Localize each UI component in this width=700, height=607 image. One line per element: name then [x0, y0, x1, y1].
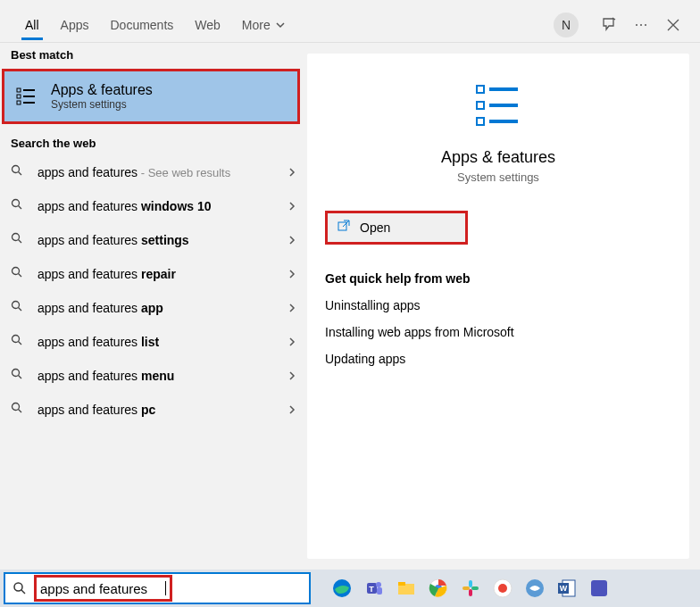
svg-line-12 [19, 206, 22, 210]
web-result-item[interactable]: apps and features pc [0, 393, 307, 427]
chevron-right-icon [288, 267, 296, 281]
text-caret [165, 581, 166, 595]
web-result-item[interactable]: apps and features menu [0, 359, 307, 393]
web-result-text: apps and features pc [38, 403, 288, 417]
web-result-text: apps and features app [38, 301, 288, 315]
svg-text:T: T [369, 585, 374, 594]
open-button[interactable]: Open [325, 211, 468, 245]
tab-more[interactable]: More [231, 11, 296, 39]
svg-point-19 [12, 336, 20, 343]
svg-line-18 [19, 308, 22, 312]
search-icon [11, 300, 27, 316]
svg-point-23 [12, 403, 20, 411]
taskbar: T W [0, 570, 700, 607]
more-icon[interactable] [629, 12, 654, 37]
web-result-text: apps and features settings [38, 233, 288, 247]
svg-line-20 [19, 342, 22, 345]
svg-line-10 [19, 172, 22, 176]
web-result-item[interactable]: apps and features - See web results [0, 155, 307, 189]
web-result-text: apps and features - See web results [38, 165, 288, 179]
svg-rect-7 [17, 101, 21, 104]
chevron-right-icon [288, 369, 296, 383]
svg-line-33 [21, 590, 25, 594]
search-input-highlight [34, 575, 172, 602]
svg-line-22 [19, 376, 22, 379]
help-link[interactable]: Uninstalling apps [325, 298, 671, 312]
web-result-item[interactable]: apps and features repair [0, 257, 307, 291]
svg-rect-3 [17, 88, 21, 92]
slack-icon[interactable] [457, 575, 484, 602]
app-icon-3[interactable] [586, 575, 612, 602]
svg-rect-31 [338, 222, 346, 230]
preview-title: Apps & features [325, 148, 671, 167]
search-web-label: Search the web [0, 131, 307, 155]
search-icon [12, 581, 27, 595]
web-result-text: apps and features repair [38, 267, 288, 281]
svg-rect-43 [469, 580, 472, 587]
word-icon[interactable]: W [554, 575, 580, 602]
best-match-label: Best match [0, 43, 307, 67]
app-icon-2[interactable] [521, 575, 548, 602]
web-result-item[interactable]: apps and features app [0, 291, 307, 325]
svg-point-48 [498, 584, 507, 593]
svg-rect-5 [17, 95, 21, 98]
svg-rect-44 [462, 586, 470, 590]
svg-rect-37 [377, 587, 382, 595]
svg-point-11 [12, 200, 20, 207]
svg-rect-25 [477, 86, 484, 93]
app-icon-1[interactable] [489, 575, 516, 602]
help-link[interactable]: Installing web apps from Microsoft [325, 325, 671, 339]
tab-documents[interactable]: Documents [99, 11, 184, 39]
search-icon [11, 266, 27, 282]
tab-all[interactable]: All [14, 11, 50, 39]
best-match-text: Apps & features System settings [51, 82, 153, 111]
svg-line-24 [19, 410, 22, 413]
svg-point-1 [640, 24, 642, 26]
svg-rect-40 [398, 582, 405, 586]
svg-point-2 [645, 24, 646, 26]
svg-point-36 [376, 582, 381, 587]
best-match-sub: System settings [51, 98, 153, 111]
taskbar-icons: T W [314, 575, 612, 602]
chevron-right-icon [288, 199, 296, 213]
list-icon [15, 84, 40, 109]
svg-point-0 [636, 24, 638, 26]
close-icon[interactable] [661, 12, 686, 37]
edge-icon[interactable] [329, 575, 355, 602]
results-pane: Best match Apps & features System settin… [0, 43, 307, 570]
feedback-icon[interactable] [596, 12, 621, 37]
svg-line-14 [19, 240, 22, 244]
search-icon [11, 232, 27, 248]
explorer-icon[interactable] [393, 575, 420, 602]
svg-point-21 [12, 370, 20, 377]
web-result-text: apps and features windows 10 [38, 199, 288, 213]
web-result-item[interactable]: apps and features list [0, 325, 307, 359]
web-result-text: apps and features menu [38, 369, 288, 383]
svg-rect-27 [477, 102, 484, 109]
web-result-item[interactable]: apps and features settings [0, 223, 307, 257]
search-input[interactable] [40, 581, 165, 596]
svg-text:W: W [560, 584, 568, 593]
chevron-right-icon [288, 403, 296, 417]
help-section-label: Get quick help from web [325, 271, 671, 286]
svg-point-15 [12, 268, 20, 275]
svg-rect-45 [469, 589, 472, 596]
teams-icon[interactable]: T [361, 575, 388, 602]
svg-rect-46 [471, 586, 479, 590]
tab-web[interactable]: Web [184, 11, 231, 39]
best-match-item[interactable]: Apps & features System settings [2, 69, 300, 124]
search-icon [11, 368, 27, 384]
svg-line-16 [19, 274, 22, 278]
chrome-icon[interactable] [425, 575, 452, 602]
taskbar-search[interactable] [4, 572, 311, 604]
chevron-right-icon [288, 233, 296, 247]
help-link[interactable]: Updating apps [325, 352, 671, 366]
chevron-down-icon [276, 21, 285, 29]
web-result-text: apps and features list [38, 335, 288, 349]
tab-apps[interactable]: Apps [50, 11, 100, 39]
svg-point-32 [14, 583, 22, 591]
user-avatar[interactable]: N [554, 12, 579, 37]
svg-point-13 [12, 234, 20, 241]
web-result-item[interactable]: apps and features windows 10 [0, 189, 307, 223]
svg-point-17 [12, 302, 20, 309]
